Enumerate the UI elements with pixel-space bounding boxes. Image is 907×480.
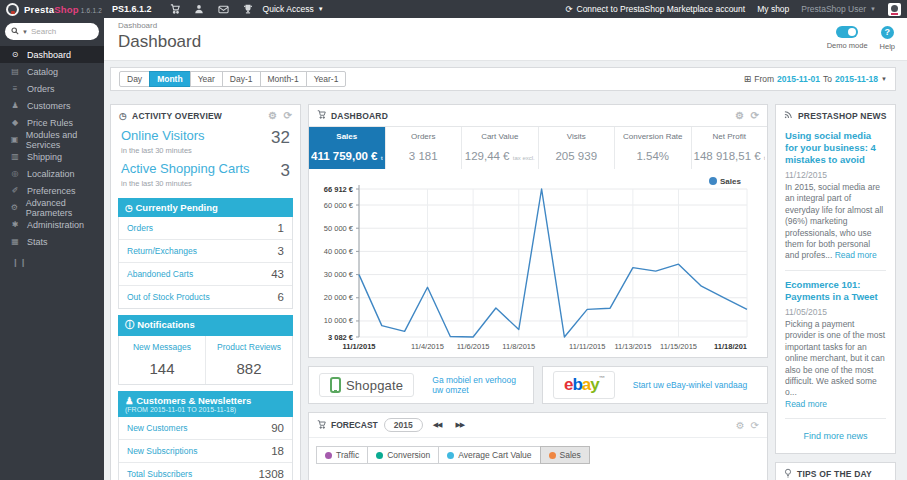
sidebar-item-preferences[interactable]: ✐Preferences: [0, 182, 104, 199]
search-box[interactable]: ▼: [5, 23, 99, 40]
svg-text:20 000 €: 20 000 €: [324, 293, 354, 302]
kpi-orders[interactable]: Orders3 181: [385, 127, 462, 169]
out-of-stock-link[interactable]: Out of Stock Products: [127, 292, 210, 302]
kpi-row: Sales411 759,00 € tax excl. Orders3 181 …: [309, 126, 767, 169]
trophy-icon[interactable]: [243, 4, 253, 14]
customers-icon: ♟: [10, 101, 20, 110]
active-carts-link[interactable]: Active Shopping Carts: [121, 161, 250, 181]
date-range-picker[interactable]: ⊞ From2015-11-01 To2015-11-18 ▼: [744, 74, 887, 84]
chevron-down-icon: ▼: [881, 76, 887, 82]
kpi-sales[interactable]: Sales411 759,00 € tax excl.: [309, 127, 385, 169]
brand: PrestaShop1.6.1.2: [24, 4, 102, 15]
total-subscribers-link[interactable]: Total Subscribers: [127, 469, 192, 479]
help-icon[interactable]: ?: [881, 26, 894, 39]
abandoned-carts-link[interactable]: Abandoned Carts: [127, 269, 193, 279]
orders-link[interactable]: Orders: [127, 223, 153, 233]
period-day-1-button[interactable]: Day-1: [222, 71, 261, 87]
sidebar-item-shipping[interactable]: ▥Shipping: [0, 148, 104, 165]
shipping-icon: ▥: [10, 152, 20, 161]
legend-traffic-button[interactable]: Traffic: [316, 446, 368, 464]
dashboard-icon: ⊙: [10, 50, 20, 59]
panel-settings-icon[interactable]: ⚙: [735, 110, 744, 121]
product-reviews-link[interactable]: Product Reviews: [217, 342, 281, 352]
sidebar-item-modules[interactable]: ▣Modules and Services: [0, 131, 104, 148]
mail-icon[interactable]: [218, 5, 229, 14]
sidebar-item-catalog[interactable]: ▤Catalog: [0, 63, 104, 80]
period-month-1-button[interactable]: Month-1: [260, 71, 307, 87]
panel-refresh-icon[interactable]: ⟳: [283, 110, 292, 121]
rss-icon: [784, 110, 793, 121]
panel-refresh-icon[interactable]: ⟳: [751, 420, 759, 431]
sidebar-item-orders[interactable]: ≡Orders: [0, 80, 104, 97]
demo-mode-toggle[interactable]: [836, 26, 858, 38]
marketplace-connect-link[interactable]: ⟳Connect to PrestaShop Marketplace accou…: [565, 4, 745, 14]
clock-icon: ◷: [125, 203, 133, 213]
user-avatar[interactable]: [888, 3, 901, 16]
legend-sales-button[interactable]: Sales: [540, 446, 590, 464]
prestashop-news-panel: PRESTASHOP NEWS Using social media for y…: [775, 104, 896, 454]
svg-text:11/1/2015: 11/1/2015: [343, 342, 376, 351]
help-label: Help: [880, 42, 895, 51]
ebay-banner[interactable]: ebay™ Start uw eBay-winkel vandaag: [542, 366, 768, 404]
find-more-news-link[interactable]: Find more news: [785, 427, 886, 447]
panel-refresh-icon[interactable]: ⟳: [750, 110, 759, 121]
news-article: Ecommerce 101: Payments in a Tweet 11/05…: [785, 279, 886, 411]
article-title-link[interactable]: Using social media for your business: 4 …: [785, 130, 886, 166]
list-item: Out of Stock Products6: [119, 286, 292, 308]
customer-icon[interactable]: [194, 4, 204, 14]
period-year-button[interactable]: Year: [190, 71, 223, 87]
forecast-year: 2015: [384, 418, 423, 432]
forecast-panel: FORECAST 2015 ◀◀ ▶▶ ⚙⟳ Traffic Conversio…: [308, 412, 768, 480]
ebay-link[interactable]: Start uw eBay-winkel vandaag: [633, 380, 747, 390]
shopgate-banner[interactable]: Shopgate Ga mobiel en verhoog uw omzet: [308, 366, 534, 404]
kpi-net-profit[interactable]: Net Profit148 918,51 € tax excl.: [691, 127, 768, 169]
previous-year-button[interactable]: ◀◀: [429, 419, 446, 431]
sidebar-item-administration[interactable]: ✱Administration: [0, 216, 104, 233]
active-carts-value: 3: [281, 161, 290, 181]
next-year-button[interactable]: ▶▶: [451, 419, 468, 431]
traffic-dot-icon: [325, 452, 332, 459]
sidebar-item-localization[interactable]: ◎Localization: [0, 165, 104, 182]
shopgate-link[interactable]: Ga mobiel en verhoog uw omzet: [432, 375, 523, 395]
catalog-icon: ▤: [10, 67, 20, 76]
period-month-button[interactable]: Month: [149, 71, 191, 87]
svg-text:30 000 €: 30 000 €: [324, 270, 354, 279]
new-messages-link[interactable]: New Messages: [133, 342, 191, 352]
cart-icon[interactable]: [170, 4, 180, 14]
read-more-link[interactable]: Read more: [835, 250, 877, 260]
user-menu[interactable]: PrestaShop User▼: [801, 4, 876, 14]
sidebar-item-dashboard[interactable]: ⊙Dashboard: [0, 46, 104, 63]
panel-settings-icon[interactable]: ⚙: [736, 420, 745, 431]
collapse-menu-icon[interactable]: ❙❙: [0, 250, 104, 267]
legend-average-cart-value-button[interactable]: Average Cart Value: [438, 446, 540, 464]
period-day-button[interactable]: Day: [119, 71, 150, 87]
returns-link[interactable]: Return/Exchanges: [127, 246, 197, 256]
customers-newsletters-header: ♟ Customers & Newsletters(FROM 2015-11-0…: [118, 391, 293, 417]
list-item: New Customers90: [119, 417, 292, 440]
kpi-visits[interactable]: Visits205 939: [538, 127, 615, 169]
kpi-conversion-rate[interactable]: Conversion Rate1.54%: [614, 127, 691, 169]
quick-access-menu[interactable]: Quick Access▼: [263, 4, 324, 14]
read-more-link[interactable]: Read more: [785, 399, 827, 409]
administration-icon: ✱: [10, 220, 20, 229]
prestashop-logo-icon[interactable]: [6, 3, 19, 16]
sidebar-item-advanced-parameters[interactable]: ⚙Advanced Parameters: [0, 199, 104, 216]
new-customers-link[interactable]: New Customers: [127, 423, 187, 433]
legend-conversion-button[interactable]: Conversion: [367, 446, 439, 464]
search-type-caret-icon[interactable]: ▼: [22, 29, 28, 35]
search-input[interactable]: [31, 27, 93, 36]
sidebar-item-stats[interactable]: ▦Stats: [0, 233, 104, 250]
online-visitors-link[interactable]: Online Visitors: [121, 128, 205, 148]
period-year-1-button[interactable]: Year-1: [306, 71, 347, 87]
panel-settings-icon[interactable]: ⚙: [268, 110, 277, 121]
sidebar-item-customers[interactable]: ♟Customers: [0, 97, 104, 114]
new-subscriptions-link[interactable]: New Subscriptions: [127, 446, 197, 456]
sidebar-item-price-rules[interactable]: ◆Price Rules: [0, 114, 104, 131]
list-item: New Subscriptions18: [119, 440, 292, 463]
localization-icon: ◎: [10, 169, 20, 178]
date-filter-bar: Day Month Year Day-1 Month-1 Year-1 ⊞ Fr…: [110, 67, 896, 91]
my-shop-link[interactable]: My shop: [757, 4, 789, 14]
kpi-cart-value[interactable]: Cart Value129,44 € tax excl.: [461, 127, 538, 169]
article-title-link[interactable]: Ecommerce 101: Payments in a Tweet: [785, 279, 886, 303]
shop-name[interactable]: PS1.6.1.2: [112, 4, 152, 14]
